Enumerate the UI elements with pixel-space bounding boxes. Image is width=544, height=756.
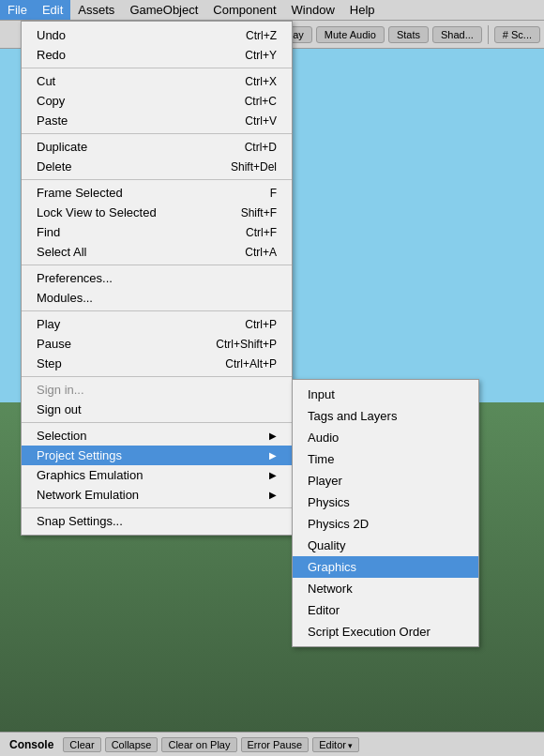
- menubar-help[interactable]: Help: [342, 0, 383, 20]
- menu-duplicate-label: Duplicate: [37, 140, 87, 154]
- menu-select-all-label: Select All: [37, 245, 86, 259]
- menu-sign-in: Sign in...: [22, 380, 292, 400]
- sep-8: [22, 507, 292, 508]
- menubar: File Edit Assets GameObject Component Wi…: [0, 0, 544, 21]
- submenu-player[interactable]: Player: [293, 470, 478, 491]
- selection-arrow-icon: ▶: [269, 431, 277, 441]
- menubar-file[interactable]: File: [0, 0, 35, 20]
- menu-duplicate-shortcut: Ctrl+D: [245, 141, 277, 154]
- menu-step[interactable]: Step Ctrl+Alt+P: [22, 354, 292, 373]
- submenu-network[interactable]: Network: [293, 578, 478, 599]
- submenu-script-execution-order[interactable]: Script Execution Order: [293, 621, 478, 643]
- menu-graphics-emulation[interactable]: Graphics Emulation ▶: [22, 465, 292, 485]
- menu-cut[interactable]: Cut Ctrl+X: [22, 71, 292, 91]
- menu-pause[interactable]: Pause Ctrl+Shift+P: [22, 334, 292, 354]
- menu-snap-settings-label: Snap Settings...: [37, 514, 123, 528]
- menu-paste-label: Paste: [37, 113, 68, 128]
- menu-sign-out-label: Sign out: [37, 402, 82, 416]
- menu-redo-shortcut: Ctrl+Y: [245, 49, 277, 62]
- menu-redo[interactable]: Redo Ctrl+Y: [22, 45, 292, 65]
- menu-undo-shortcut: Ctrl+Z: [246, 29, 277, 42]
- submenu-input[interactable]: Input: [293, 384, 478, 405]
- menu-network-emulation-label: Network Emulation: [37, 488, 139, 502]
- menu-modules[interactable]: Modules...: [22, 288, 292, 308]
- sep-4: [22, 265, 292, 265]
- menu-lock-view-label: Lock View to Selected: [37, 205, 157, 219]
- project-settings-submenu-container: Input Tags and Layers Audio Time Player …: [292, 379, 479, 647]
- submenu-quality-label: Quality: [308, 538, 345, 552]
- submenu-editor-label: Editor: [308, 603, 340, 617]
- sep-6: [22, 376, 292, 377]
- menu-duplicate[interactable]: Duplicate Ctrl+D: [22, 137, 292, 157]
- menu-frame-selected-label: Frame Selected: [37, 186, 123, 200]
- menu-sign-in-label: Sign in...: [37, 383, 84, 397]
- submenu-tags-layers-label: Tags and Layers: [308, 409, 397, 423]
- menu-lock-view[interactable]: Lock View to Selected Shift+F: [22, 203, 292, 222]
- menu-preferences-label: Preferences...: [37, 271, 113, 285]
- menu-pause-shortcut: Ctrl+Shift+P: [216, 338, 277, 351]
- submenu-editor[interactable]: Editor: [293, 599, 478, 621]
- menubar-edit[interactable]: Edit: [35, 0, 70, 20]
- menubar-window[interactable]: Window: [284, 0, 342, 20]
- menu-copy[interactable]: Copy Ctrl+C: [22, 91, 292, 111]
- menu-step-shortcut: Ctrl+Alt+P: [225, 357, 277, 370]
- submenu-graphics-label: Graphics: [308, 560, 356, 574]
- submenu-input-label: Input: [308, 387, 335, 401]
- menu-preferences[interactable]: Preferences...: [22, 268, 292, 288]
- edit-menu: Undo Ctrl+Z Redo Ctrl+Y Cut Ctrl+X Copy …: [21, 21, 293, 536]
- menu-delete[interactable]: Delete Shift+Del: [22, 157, 292, 176]
- menu-modules-label: Modules...: [37, 291, 93, 305]
- menu-redo-label: Redo: [37, 48, 66, 62]
- submenu-physics[interactable]: Physics: [293, 491, 478, 513]
- submenu-quality[interactable]: Quality: [293, 535, 478, 556]
- submenu-player-label: Player: [308, 474, 342, 488]
- menu-copy-label: Copy: [37, 94, 65, 108]
- menubar-component[interactable]: Component: [205, 0, 283, 20]
- menu-find-label: Find: [37, 225, 60, 239]
- sep-7: [22, 422, 292, 423]
- dropdown-overlay: Undo Ctrl+Z Redo Ctrl+Y Cut Ctrl+X Copy …: [0, 21, 544, 756]
- submenu-time[interactable]: Time: [293, 448, 478, 470]
- submenu-time-label: Time: [308, 452, 334, 466]
- menu-snap-settings[interactable]: Snap Settings...: [22, 511, 292, 531]
- sep-2: [22, 133, 292, 134]
- menu-undo-label: Undo: [37, 28, 66, 42]
- menu-project-settings-label: Project Settings: [37, 448, 122, 462]
- submenu-graphics[interactable]: Graphics: [293, 556, 478, 578]
- menu-play-label: Play: [37, 317, 60, 331]
- menu-play[interactable]: Play Ctrl+P: [22, 314, 292, 334]
- sep-1: [22, 68, 292, 68]
- submenu-audio[interactable]: Audio: [293, 427, 478, 448]
- submenu-audio-label: Audio: [308, 431, 339, 445]
- menubar-gameobject[interactable]: GameObject: [122, 0, 205, 20]
- menu-selection-label: Selection: [37, 429, 86, 443]
- menu-delete-label: Delete: [37, 159, 72, 174]
- menu-selection[interactable]: Selection ▶: [22, 426, 292, 446]
- submenu-physics-2d-label: Physics 2D: [308, 517, 369, 531]
- submenu-physics-2d[interactable]: Physics 2D: [293, 513, 478, 535]
- menubar-assets[interactable]: Assets: [70, 0, 122, 20]
- menu-undo[interactable]: Undo Ctrl+Z: [22, 25, 292, 45]
- menu-frame-selected[interactable]: Frame Selected F: [22, 183, 292, 203]
- menu-pause-label: Pause: [37, 337, 71, 351]
- menu-step-label: Step: [37, 356, 62, 370]
- menu-cut-label: Cut: [37, 74, 55, 88]
- menu-select-all-shortcut: Ctrl+A: [245, 246, 277, 259]
- menu-network-emulation[interactable]: Network Emulation ▶: [22, 485, 292, 505]
- menu-lock-view-shortcut: Shift+F: [241, 206, 277, 219]
- submenu-tags-layers[interactable]: Tags and Layers: [293, 405, 478, 427]
- menu-cut-shortcut: Ctrl+X: [245, 75, 277, 88]
- project-settings-arrow-icon: ▶: [269, 450, 277, 461]
- sep-5: [22, 310, 292, 311]
- menu-find[interactable]: Find Ctrl+F: [22, 222, 292, 242]
- menu-delete-shortcut: Shift+Del: [231, 160, 277, 174]
- menu-project-settings[interactable]: Project Settings ▶: [22, 446, 292, 465]
- graphics-emulation-arrow-icon: ▶: [269, 470, 277, 480]
- sep-3: [22, 179, 292, 180]
- menu-play-shortcut: Ctrl+P: [245, 318, 277, 331]
- project-settings-submenu: Input Tags and Layers Audio Time Player …: [292, 379, 479, 647]
- menu-paste[interactable]: Paste Ctrl+V: [22, 111, 292, 130]
- menu-paste-shortcut: Ctrl+V: [245, 114, 277, 128]
- menu-sign-out[interactable]: Sign out: [22, 400, 292, 419]
- menu-select-all[interactable]: Select All Ctrl+A: [22, 242, 292, 262]
